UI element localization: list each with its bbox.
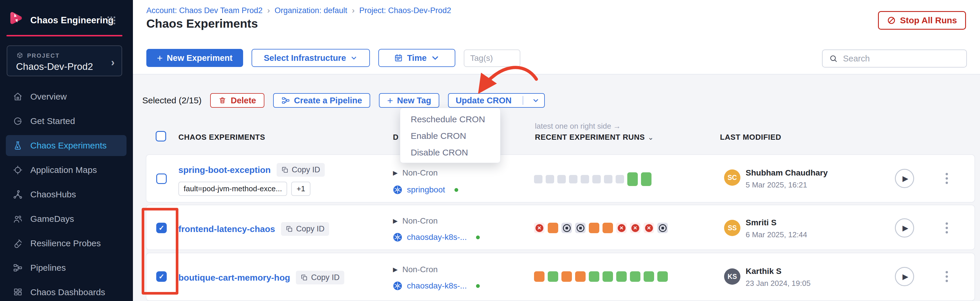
run-status-none[interactable] [604,175,612,184]
row-checkbox[interactable] [156,174,167,184]
create-pipeline-button[interactable]: Create a Pipeline [273,93,371,108]
breadcrumb-account[interactable]: Account: Chaos Dev Team Prod2 [146,6,262,15]
modified-by-name: Smriti S [746,218,776,227]
run-status-success[interactable] [644,271,654,282]
run-status-none[interactable] [557,175,566,184]
sidebar-item-gamedays[interactable]: GameDays [6,208,127,230]
run-experiment-button[interactable]: ▶ [895,267,914,286]
pipeline-icon [281,96,290,105]
experiment-name-link[interactable]: frontend-latency-chaos [178,224,275,234]
modified-date: 6 Mar 2025, 12:44 [746,230,807,239]
run-status-success[interactable] [589,271,599,282]
search-input[interactable] [843,54,960,63]
module-grid-icon[interactable] [106,15,116,25]
modified-by-name: Shubham Chaudhary [746,168,828,177]
run-status-failed[interactable] [630,223,640,233]
run-status-orange[interactable] [589,223,599,233]
sidebar-item-resilience-probes[interactable]: Resilience Probes [6,233,127,254]
run-status-none[interactable] [569,175,578,184]
run-experiment-button[interactable]: ▶ [895,169,914,188]
sidebar-item-pipelines[interactable]: Pipelines [6,257,127,278]
product-title: Chaos Engineering [30,15,114,25]
run-status-success[interactable] [616,271,627,282]
run-status-orange[interactable] [603,223,613,233]
sidebar-item-chaos-experiments[interactable]: Chaos Experiments [6,135,127,156]
update-cron-caret[interactable] [527,97,544,104]
cron-type-label: Non-Cron [402,168,438,177]
update-cron-button[interactable]: Update CRON [448,93,545,108]
run-status-success[interactable] [603,271,613,282]
run-status-orange[interactable] [575,271,585,282]
row-menu-kebab[interactable] [941,267,953,286]
new-experiment-button[interactable]: + New Experiment [146,49,243,67]
sidebar-item-overview[interactable]: Overview [6,86,127,107]
run-status-success[interactable] [627,172,638,186]
run-status-failed[interactable] [616,223,627,233]
run-status-failed[interactable] [644,223,654,233]
stop-all-runs-label: Stop All Runs [900,16,957,25]
sidebar-item-application-maps[interactable]: Application Maps [6,160,127,181]
stop-all-runs-button[interactable]: Stop All Runs [878,11,966,30]
time-filter-dropdown[interactable]: Time [379,49,455,67]
tags-filter-input[interactable] [464,49,520,67]
run-status-failed[interactable] [534,223,544,233]
run-status-orange[interactable] [548,223,558,233]
run-status-success[interactable] [548,271,558,282]
run-status-orange[interactable] [562,271,572,282]
sidebar-nav: Overview Get Started Chaos Experiments A… [0,86,133,301]
expand-arrow-icon[interactable]: ▶ [393,217,398,225]
run-status-stopped[interactable] [562,223,572,233]
run-experiment-button[interactable]: ▶ [895,218,914,238]
row-menu-kebab[interactable] [941,218,953,238]
run-status-success[interactable] [630,271,640,282]
experiment-name-link[interactable]: spring-boot-exception [178,165,271,175]
infrastructure-link[interactable]: springboot [407,185,445,195]
breadcrumb-separator: › [352,6,355,15]
sidebar-item-label: Resilience Probes [30,238,101,248]
sidebar-item-chaos-dashboards[interactable]: Chaos Dashboards [6,282,127,301]
col-chaos-experiments[interactable]: CHAOS EXPERIMENTS [178,133,265,142]
col-last-modified[interactable]: LAST MODIFIED [720,133,781,142]
col-details-truncated: D [393,133,398,142]
expand-arrow-icon[interactable]: ▶ [393,266,398,273]
experiment-name-link[interactable]: boutique-cart-memory-hog [178,273,290,283]
select-all-checkbox[interactable] [156,131,166,141]
flask-icon [13,141,23,150]
run-status-success[interactable] [657,271,668,282]
col-recent-runs[interactable]: RECENT EXPERIMENT RUNS⌄ [535,133,654,142]
project-selector[interactable]: PROJECT Chaos-Dev-Prod2 › [7,45,122,76]
run-status-none[interactable] [581,175,589,184]
select-infrastructure-dropdown[interactable]: Select Infrastructure [251,49,370,67]
sidebar-item-label: Chaos Experiments [30,141,107,150]
run-status-orange[interactable] [534,271,544,282]
delete-button[interactable]: Delete [210,93,264,108]
infrastructure-link[interactable]: chaosday-k8s-... [407,233,467,242]
run-status-none[interactable] [546,175,554,184]
run-status-stopped[interactable] [575,223,585,233]
copy-id-chip[interactable]: Copy ID [277,163,325,177]
run-status-none[interactable] [592,175,601,184]
row-menu-kebab[interactable] [941,169,953,188]
menu-item-reschedule-cron[interactable]: Reschedule CRON [400,111,500,127]
new-tag-button[interactable]: + New Tag [379,93,439,108]
run-status-none[interactable] [616,175,624,184]
experiments-content: Selected (2/15) Delete Create a Pipeline… [133,74,980,301]
run-status-success[interactable] [641,172,651,186]
copy-id-chip[interactable]: Copy ID [296,271,344,284]
menu-item-enable-cron[interactable]: Enable CRON [400,127,500,144]
expand-arrow-icon[interactable]: ▶ [393,170,398,176]
select-infrastructure-label: Select Infrastructure [264,53,346,63]
selected-count-label: Selected (2/15) [142,95,201,105]
breadcrumb-project[interactable]: Project: Chaos-Dev-Prod2 [360,6,451,15]
breadcrumb-organization[interactable]: Organization: default [275,6,347,15]
sidebar-item-get-started[interactable]: Get Started [6,111,127,131]
menu-item-disable-cron[interactable]: Disable CRON [400,144,500,161]
infrastructure-link[interactable]: chaosday-k8s-... [407,281,467,290]
pipelines-icon [13,263,23,273]
breadcrumb-separator: › [267,6,270,15]
run-status-none[interactable] [534,175,542,184]
sidebar-item-chaoshubs[interactable]: ChaosHubs [6,184,127,205]
copy-id-chip[interactable]: Copy ID [281,222,329,236]
more-tags-chip[interactable]: +1 [291,182,310,196]
run-status-stopped[interactable] [657,223,668,233]
